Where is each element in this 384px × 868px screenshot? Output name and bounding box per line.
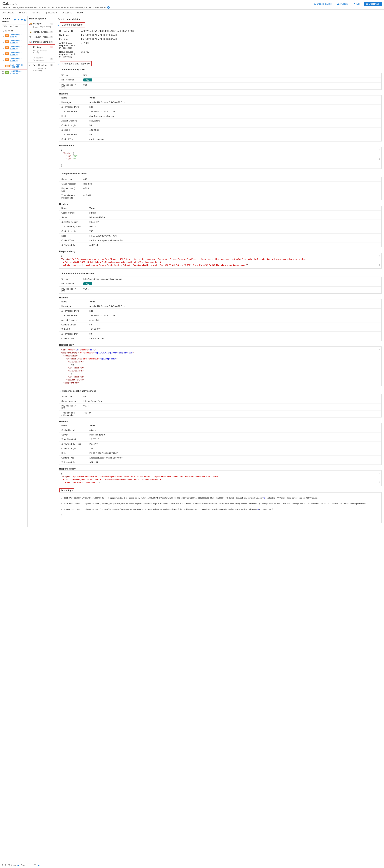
policy-item-request-processing[interactable]: ⚙Request Processing0: [28, 34, 55, 39]
header-name-col: Name: [59, 95, 87, 100]
data-value: http://www.dneonline.com/calculator.asmx: [82, 277, 381, 281]
filter-icon[interactable]: ▼: [17, 19, 20, 21]
data-value: 0.05: [82, 83, 381, 89]
chevron-down-icon[interactable]: ⌄: [59, 390, 61, 392]
header-value: 2.0.50727: [87, 437, 381, 441]
runtime-event-row[interactable]: 200Last Friday at 10:29 AM: [0, 69, 27, 75]
header-name: X-Forwarded-Port: [59, 132, 87, 137]
policy-item-traffic-monitoring[interactable]: 📊Traffic Monitoring0: [28, 39, 55, 44]
tab-applications[interactable]: Applications: [44, 10, 58, 16]
server-logs[interactable]: 12021-07-23 05:00:37 UTC [YAI.0101.8887D…: [59, 492, 382, 523]
data-value: Internal Server Error: [82, 399, 381, 403]
policy-count: 0: [50, 31, 54, 33]
copy-icon[interactable]: ⧉: [379, 157, 380, 160]
req-native-title[interactable]: Request sent to native service: [62, 272, 94, 275]
policy-count: 0: [50, 58, 54, 60]
request-body-xml[interactable]: <?xml version='1.0' encoding='utf-8'?><s…: [59, 346, 382, 386]
edit-button[interactable]: Edit: [351, 2, 362, 6]
response-body-code[interactable]: {"Exception":"API Gateway encountered an…: [59, 253, 382, 269]
policy-item-identify-access[interactable]: 🔒Identify & Access0: [28, 29, 55, 34]
expand-icon[interactable]: ⤢: [379, 348, 380, 351]
select-all-row[interactable]: Select all: [0, 29, 27, 33]
header-name: User-Agent: [59, 100, 87, 104]
info-icon[interactable]: i: [107, 6, 109, 9]
runtime-event-row[interactable]: 400Last Friday at 10:35 AM: [0, 39, 27, 44]
chevron-down-icon[interactable]: ⌄: [59, 272, 61, 275]
header-value-col: Value: [87, 423, 381, 428]
publish-button[interactable]: Publish: [335, 2, 350, 6]
gear-icon: ⚙: [29, 36, 32, 38]
policy-item-routing[interactable]: ↻Routing1Straight Through Routing: [28, 44, 55, 55]
header-name: X-Forwarded-Proto: [59, 309, 87, 313]
response-body-native[interactable]: {"Exception":"System.Web.Services.Protoc…: [59, 470, 382, 486]
data-key: Payload size (in KB): [59, 403, 82, 410]
header-value: http: [87, 105, 381, 109]
tab-policies[interactable]: Policies: [31, 10, 40, 16]
resp-client-title[interactable]: Response sent to client: [62, 172, 87, 175]
policy-sub: Straight Through Routing: [30, 50, 53, 54]
filter-input[interactable]: Filter: Last 6 months: [2, 24, 26, 28]
copy-icon[interactable]: ⧉: [379, 264, 380, 267]
tab-scopes[interactable]: Scopes: [19, 10, 27, 16]
data-key: URL path: [59, 73, 82, 77]
copy-icon[interactable]: ⧉: [379, 357, 380, 360]
event-checkbox[interactable]: [2, 59, 4, 61]
api-rr-title[interactable]: API request and response: [60, 61, 92, 66]
event-checkbox[interactable]: [2, 65, 4, 67]
req-client-title[interactable]: Request sent by client: [62, 68, 86, 71]
event-checkbox[interactable]: [2, 53, 4, 55]
export-icon[interactable]: ⇲: [24, 19, 26, 21]
request-body-code[interactable]: { "Divide": { "intA": "745", "intB": "0"…: [59, 147, 382, 169]
runtime-event-row[interactable]: 400Last Friday at 10:33 AM: [0, 57, 27, 63]
copy-icon[interactable]: ⧉: [379, 481, 380, 484]
policy-label: Traffic Monitoring: [33, 41, 50, 43]
disable-tracing-button[interactable]: Disable tracing: [312, 2, 334, 6]
runtime-event-row[interactable]: 400Last Friday at 10:33 AM: [0, 51, 27, 57]
info-key: Correlation ID: [59, 30, 81, 32]
expand-icon[interactable]: ⤢: [379, 149, 380, 152]
policy-item-error-handling[interactable]: ⚠Error Handling1Conditional Error Proces…: [28, 63, 55, 73]
server-logs-title[interactable]: Server logs: [59, 488, 74, 492]
event-checkbox[interactable]: [2, 41, 4, 43]
policy-item-transport[interactable]: 🚚Transport1Enable HTTP / HTTPS: [28, 21, 55, 29]
data-key: Payload size (in KB): [59, 287, 82, 293]
expand-icon[interactable]: ⤢: [379, 254, 380, 257]
policy-item-response-processing[interactable]: ↩Response Processing0: [28, 55, 55, 63]
event-checkbox[interactable]: [2, 35, 4, 37]
truck-icon: 🚚: [29, 23, 32, 25]
select-all-checkbox[interactable]: [2, 30, 4, 32]
event-time: Last Friday at 10:30 AM: [10, 64, 25, 68]
resp-native-title[interactable]: Response sent by native service: [62, 390, 96, 392]
chevron-down-icon[interactable]: ⌄: [58, 24, 59, 26]
header-value: 732: [87, 229, 381, 234]
policy-count: 1: [50, 23, 54, 25]
header-name: X-Forwarded-For: [59, 313, 87, 318]
runtime-event-row[interactable]: 400Last Friday at 1:36 PM: [0, 33, 27, 39]
runtime-event-row[interactable]: 400Last Friday at 10:35 AM: [0, 44, 27, 51]
event-time: Last Friday at 10:29 AM: [10, 70, 26, 75]
general-info-title[interactable]: General Information: [60, 22, 85, 27]
http-method-badge: POST: [84, 282, 92, 285]
header-name: Content-Length: [59, 229, 87, 234]
expand-icon[interactable]: ⤢: [379, 472, 380, 475]
data-key: HTTP method: [59, 78, 82, 83]
header-name: X-Forwarded-Proto: [59, 105, 87, 109]
chevron-down-icon[interactable]: ⌄: [59, 68, 61, 71]
header-name: Date: [59, 451, 87, 455]
header-name: Content-Type: [59, 137, 87, 141]
tab-tracer[interactable]: Tracer: [77, 10, 84, 16]
event-checkbox[interactable]: [2, 71, 4, 74]
status-badge: 400: [5, 34, 9, 37]
data-value: 0.598: [82, 186, 381, 193]
runtime-event-row[interactable]: 400Last Friday at 10:30 AM: [0, 63, 27, 69]
eye-icon[interactable]: 👁: [21, 19, 23, 21]
expand-icon[interactable]: ⤢: [61, 514, 62, 516]
chevron-down-icon[interactable]: ⌄: [58, 63, 59, 65]
tab-analytics[interactable]: Analytics: [62, 10, 72, 16]
bars-icon: 📊: [29, 41, 32, 43]
refresh-icon[interactable]: ⟳: [14, 19, 16, 21]
event-checkbox[interactable]: [2, 46, 4, 49]
deactivate-button[interactable]: Deactivate: [363, 2, 382, 6]
tab-api-details[interactable]: API details: [2, 10, 14, 16]
chevron-down-icon[interactable]: ⌄: [59, 173, 61, 175]
